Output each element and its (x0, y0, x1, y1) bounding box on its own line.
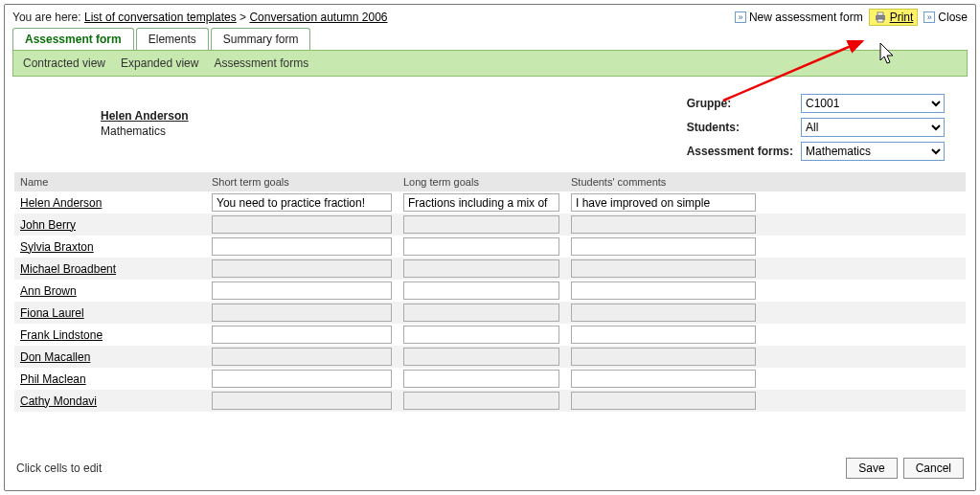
cell-input-short[interactable] (212, 392, 392, 410)
student-link[interactable]: Cathy Mondavi (20, 394, 97, 408)
table-row: Fiona Laurel (14, 302, 966, 324)
breadcrumb-link-conversation[interactable]: Conversation autumn 2006 (249, 11, 387, 24)
footer: Click cells to edit Save Cancel (12, 452, 968, 484)
arrow-right-icon: » (923, 11, 935, 23)
filter-students-select[interactable]: All (801, 118, 945, 137)
tab-label: Summary form (223, 33, 299, 46)
table-row: Ann Brown (14, 280, 966, 302)
cell-input-long[interactable] (403, 304, 559, 322)
cell-input-short[interactable] (212, 237, 392, 256)
tab-label: Assessment form (25, 33, 122, 46)
student-link[interactable]: Phil Maclean (20, 372, 86, 386)
table-row: Don Macallen (14, 346, 966, 368)
cell-input-long[interactable] (403, 281, 559, 300)
cell-input-comments[interactable] (571, 215, 756, 234)
cell-extra (762, 214, 966, 236)
cell-input-long[interactable] (403, 370, 559, 388)
cell-extra (762, 390, 966, 412)
cell-input-short[interactable] (212, 193, 392, 212)
student-link[interactable]: Sylvia Braxton (20, 240, 94, 254)
student-block: Helen Anderson Mathematics (24, 94, 189, 138)
sub-nav-bar: Contracted view Expanded view Assessment… (12, 50, 968, 77)
cell-input-long[interactable] (403, 348, 559, 366)
breadcrumb: You are here: List of conversation templ… (12, 11, 388, 24)
grid-wrap: Name Short term goals Long term goals St… (5, 172, 975, 412)
cancel-button[interactable]: Cancel (903, 458, 964, 479)
subnav-assessment-forms[interactable]: Assessment forms (214, 56, 308, 70)
cell-input-short[interactable] (212, 259, 392, 278)
save-button[interactable]: Save (846, 458, 897, 479)
tab-assessment-form[interactable]: Assessment form (12, 28, 134, 50)
student-link[interactable]: Michael Broadbent (20, 262, 116, 276)
cell-input-comments[interactable] (571, 370, 756, 388)
cell-input-short[interactable] (212, 370, 392, 388)
col-header-name[interactable]: Name (14, 172, 206, 191)
breadcrumb-sep: > (239, 11, 246, 24)
breadcrumb-link-templates[interactable]: List of conversation templates (84, 11, 237, 24)
filters: Gruppe: C1001 Students: All Assessment f… (687, 94, 956, 161)
subnav-contracted-view[interactable]: Contracted view (23, 56, 105, 70)
student-link[interactable]: Helen Anderson (20, 196, 102, 210)
student-link[interactable]: John Berry (20, 218, 76, 232)
content-header: Helen Anderson Mathematics Gruppe: C1001… (5, 77, 975, 172)
cell-input-short[interactable] (212, 215, 392, 234)
student-subject: Mathematics (101, 124, 189, 138)
filter-students-label: Students: (687, 121, 793, 134)
close-link[interactable]: » Close (923, 11, 968, 24)
cell-input-comments[interactable] (571, 304, 756, 322)
close-label: Close (938, 11, 968, 24)
col-header-long[interactable]: Long term goals (398, 172, 565, 191)
cell-input-long[interactable] (403, 237, 559, 256)
cell-input-short[interactable] (212, 348, 392, 366)
table-row: John Berry (14, 214, 966, 236)
tab-summary-form[interactable]: Summary form (211, 28, 311, 50)
col-header-comments[interactable]: Students' comments (565, 172, 762, 191)
cell-input-long[interactable] (403, 259, 559, 278)
filter-group-select[interactable]: C1001 (801, 94, 945, 113)
tabs-row: Assessment form Elements Summary form (5, 26, 975, 50)
filter-forms-select[interactable]: Mathematics (801, 142, 945, 161)
cell-input-comments[interactable] (571, 392, 756, 410)
new-assessment-form-link[interactable]: » New assessment form (735, 11, 863, 24)
cell-input-comments[interactable] (571, 281, 756, 300)
tab-elements[interactable]: Elements (136, 28, 209, 50)
cell-input-long[interactable] (403, 215, 559, 234)
breadcrumb-prefix: You are here: (12, 11, 81, 24)
printer-icon (874, 11, 887, 23)
filter-group-label: Gruppe: (687, 97, 793, 110)
table-row: Phil Maclean (14, 368, 966, 390)
cell-input-comments[interactable] (571, 326, 756, 344)
cell-extra (762, 368, 966, 390)
cell-input-long[interactable] (403, 392, 559, 410)
table-row: Frank Lindstone (14, 324, 966, 346)
cell-input-short[interactable] (212, 326, 392, 344)
subnav-expanded-view[interactable]: Expanded view (121, 56, 198, 70)
cell-extra (762, 236, 966, 258)
arrow-right-icon: » (735, 11, 746, 23)
cell-extra (762, 324, 966, 346)
table-row: Sylvia Braxton (14, 236, 966, 258)
assessment-grid: Name Short term goals Long term goals St… (14, 172, 966, 412)
table-row: Helen Anderson (14, 191, 966, 214)
cell-input-comments[interactable] (571, 237, 756, 256)
new-assessment-form-label: New assessment form (749, 11, 863, 24)
top-actions: » New assessment form Print » Close (735, 9, 968, 26)
col-header-short[interactable]: Short term goals (206, 172, 398, 191)
cell-extra (762, 302, 966, 324)
cell-input-comments[interactable] (571, 259, 756, 278)
student-link[interactable]: Don Macallen (20, 350, 90, 364)
cell-input-short[interactable] (212, 304, 392, 322)
print-link[interactable]: Print (869, 9, 919, 26)
cell-input-comments[interactable] (571, 348, 756, 366)
col-header-extra (762, 172, 966, 191)
student-link[interactable]: Fiona Laurel (20, 306, 84, 320)
student-link[interactable]: Frank Lindstone (20, 328, 103, 342)
cell-input-short[interactable] (212, 281, 392, 300)
app-window: You are here: List of conversation templ… (4, 4, 976, 491)
student-name[interactable]: Helen Anderson (101, 109, 189, 123)
cell-input-long[interactable] (403, 326, 559, 344)
cell-input-comments[interactable] (571, 193, 756, 212)
cell-extra (762, 346, 966, 368)
cell-input-long[interactable] (403, 193, 559, 212)
student-link[interactable]: Ann Brown (20, 284, 77, 298)
